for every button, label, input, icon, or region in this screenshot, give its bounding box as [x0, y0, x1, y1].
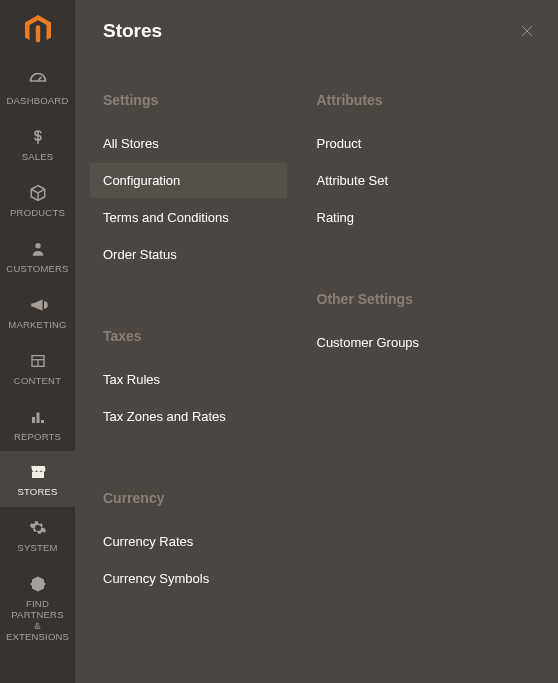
sidebar-item-label: FIND PARTNERS& EXTENSIONS	[2, 599, 73, 643]
panel-column-left: Settings All Stores Configuration Terms …	[103, 82, 317, 598]
person-icon	[30, 238, 46, 260]
link-attribute-set[interactable]: Attribute Set	[304, 163, 501, 198]
panel-title: Stores	[103, 20, 530, 42]
sidebar-item-sales[interactable]: SALES	[0, 116, 75, 172]
close-button[interactable]	[516, 20, 538, 42]
sidebar-item-marketing[interactable]: MARKETING	[0, 284, 75, 340]
admin-sidebar: DASHBOARD SALES PRODUCTS CUSTOMERS MARKE…	[0, 0, 75, 683]
link-product[interactable]: Product	[304, 126, 501, 161]
dollar-icon	[29, 126, 47, 148]
sidebar-item-label: REPORTS	[14, 432, 61, 443]
link-configuration[interactable]: Configuration	[90, 163, 287, 198]
link-tax-rules[interactable]: Tax Rules	[90, 362, 287, 397]
panel-column-right: Attributes Product Attribute Set Rating …	[317, 82, 531, 598]
sidebar-item-reports[interactable]: REPORTS	[0, 396, 75, 452]
link-rating[interactable]: Rating	[304, 200, 501, 235]
sidebar-item-find-partners[interactable]: FIND PARTNERS& EXTENSIONS	[0, 563, 75, 652]
svg-rect-6	[36, 412, 39, 423]
group-heading-other-settings: Other Settings	[317, 291, 531, 307]
puzzle-icon	[29, 573, 47, 595]
stores-flyout-panel: Stores Settings All Stores Configuration…	[75, 0, 558, 683]
dashboard-icon	[28, 70, 48, 92]
storefront-icon	[28, 461, 48, 483]
sidebar-item-label: SYSTEM	[17, 543, 57, 554]
link-tax-zones-and-rates[interactable]: Tax Zones and Rates	[90, 399, 287, 434]
megaphone-icon	[28, 294, 48, 316]
group-heading-settings: Settings	[103, 92, 317, 108]
layout-icon	[29, 350, 47, 372]
link-order-status[interactable]: Order Status	[90, 237, 287, 272]
sidebar-item-label: SALES	[22, 152, 54, 163]
svg-rect-5	[32, 417, 35, 423]
group-heading-attributes: Attributes	[317, 92, 531, 108]
link-currency-symbols[interactable]: Currency Symbols	[90, 561, 287, 596]
sidebar-item-content[interactable]: CONTENT	[0, 340, 75, 396]
svg-rect-7	[41, 420, 44, 423]
gear-icon	[29, 517, 47, 539]
group-heading-taxes: Taxes	[103, 328, 317, 344]
link-terms-and-conditions[interactable]: Terms and Conditions	[90, 200, 287, 235]
magento-logo-icon	[25, 15, 51, 45]
sidebar-item-system[interactable]: SYSTEM	[0, 507, 75, 563]
sidebar-item-products[interactable]: PRODUCTS	[0, 172, 75, 228]
sidebar-item-label: MARKETING	[8, 320, 66, 331]
sidebar-item-label: PRODUCTS	[10, 208, 65, 219]
sidebar-item-stores[interactable]: STORES	[0, 451, 75, 507]
group-heading-currency: Currency	[103, 490, 317, 506]
sidebar-item-label: DASHBOARD	[7, 96, 69, 107]
svg-point-1	[35, 243, 40, 248]
link-all-stores[interactable]: All Stores	[90, 126, 287, 161]
sidebar-item-label: CUSTOMERS	[6, 264, 68, 275]
magento-logo[interactable]	[0, 0, 75, 60]
sidebar-item-label: CONTENT	[14, 376, 61, 387]
sidebar-item-customers[interactable]: CUSTOMERS	[0, 228, 75, 284]
link-customer-groups[interactable]: Customer Groups	[304, 325, 501, 360]
close-icon	[519, 23, 535, 39]
link-currency-rates[interactable]: Currency Rates	[90, 524, 287, 559]
cube-icon	[29, 182, 47, 204]
sidebar-item-label: STORES	[17, 487, 57, 498]
sidebar-item-dashboard[interactable]: DASHBOARD	[0, 60, 75, 116]
bar-chart-icon	[29, 406, 47, 428]
